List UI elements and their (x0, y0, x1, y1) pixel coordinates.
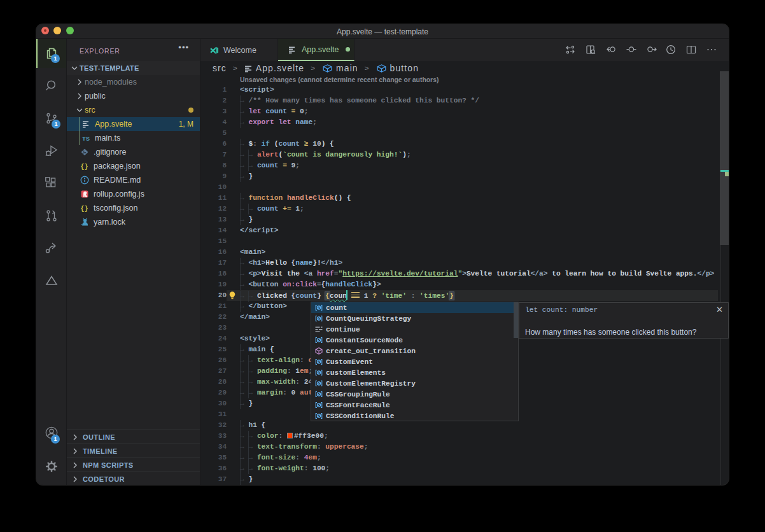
svg-text:{}: {} (81, 206, 88, 213)
svg-text:TS: TS (82, 135, 90, 142)
svg-text:{}: {} (81, 164, 88, 171)
